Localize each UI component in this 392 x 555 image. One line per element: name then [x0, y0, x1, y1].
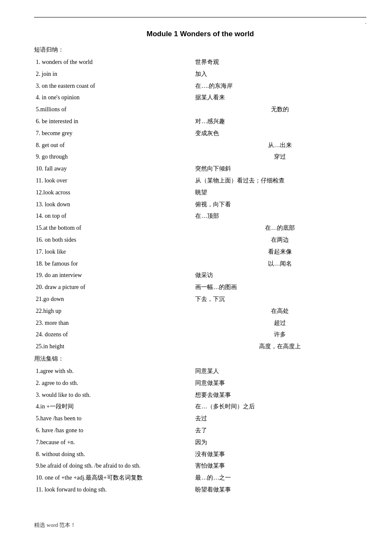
list-item: 11. look forward to doing sth.盼望着做某事: [34, 484, 366, 496]
list-item: 7. become grey变成灰色: [34, 127, 366, 139]
vocab-zh: 在两边: [193, 234, 366, 246]
vocab-zh: 做采访: [193, 269, 366, 281]
vocab-en: 3. on the eastern coast of: [34, 80, 193, 92]
vocab-zh: 据某人看来: [193, 92, 366, 104]
vocab-en: 22.high up: [34, 305, 193, 317]
list-item: 22.high up在高处: [34, 305, 366, 317]
usage-en: 11. look forward to doing sth.: [34, 484, 193, 496]
vocab-zh: 高度，在高度上: [193, 341, 366, 353]
usage-en: 4.in +一段时间: [34, 401, 193, 413]
vocab-en: 4. in one's opinion: [34, 92, 193, 104]
list-item: 8. without doing sth.没有做某事: [34, 448, 366, 460]
list-item: 2. join in加入: [34, 68, 366, 80]
vocab-zh: 无数的: [193, 104, 366, 116]
usage-zh: 同意做某事: [193, 377, 366, 389]
vocab-table-section2: 1.agree with sb.同意某人2. agree to do sth.同…: [34, 365, 366, 496]
list-item: 24. dozens of许多: [34, 329, 366, 341]
usage-en: 6. have /has gone to: [34, 425, 193, 436]
vocab-zh: 在….的东海岸: [193, 80, 366, 92]
vocab-en: 10. fall away: [34, 163, 193, 175]
vocab-en: 18. be famous for: [34, 258, 193, 270]
vocab-zh: 俯视，向下看: [193, 199, 366, 211]
usage-zh: 盼望着做某事: [193, 484, 366, 496]
list-item: 5.have /has been to去过: [34, 413, 366, 425]
vocab-zh: 画一幅…的图画: [193, 281, 366, 293]
list-item: 3. would like to do sth.想要去做某事: [34, 389, 366, 401]
list-item: 6. be interested in对…感兴趣: [34, 116, 366, 127]
list-item: 16. on both sides在两边: [34, 234, 366, 246]
list-item: 23. more than超过: [34, 317, 366, 329]
vocab-zh: 穿过: [193, 151, 366, 163]
vocab-zh: 眺望: [193, 187, 366, 199]
list-item: 10. fall away突然向下倾斜: [34, 163, 366, 175]
list-item: 12.look across眺望: [34, 187, 366, 199]
top-line: [34, 17, 366, 17]
list-item: 9. go through穿过: [34, 151, 366, 163]
vocab-en: 7. become grey: [34, 127, 193, 139]
usage-en: 3. would like to do sth.: [34, 389, 193, 401]
list-item: 2. agree to do sth.同意做某事: [34, 377, 366, 389]
vocab-zh: 以…闻名: [193, 258, 366, 270]
usage-zh: 同意某人: [193, 365, 366, 377]
vocab-en: 6. be interested in: [34, 116, 193, 127]
list-item: 5.millions of无数的: [34, 104, 366, 116]
vocab-en: 9. go through: [34, 151, 193, 163]
list-item: 1.agree with sb.同意某人: [34, 365, 366, 377]
vocab-zh: 从…出来: [193, 139, 366, 151]
vocab-en: 2. join in: [34, 68, 193, 80]
vocab-en: 11. look over: [34, 175, 193, 187]
list-item: 17. look like看起来像: [34, 246, 366, 258]
list-item: 20. draw a picture of画一幅…的图画: [34, 281, 366, 293]
usage-zh: 因为: [193, 436, 366, 448]
usage-en: 9.be afraid of doing sth. /be afraid to …: [34, 460, 193, 472]
section2-label: 用法集锦：: [34, 355, 366, 363]
vocab-en: 8. get out of: [34, 139, 193, 151]
usage-en: 7.because of +n.: [34, 436, 193, 448]
list-item: 13. look down俯视，向下看: [34, 199, 366, 211]
vocab-en: 23. more than: [34, 317, 193, 329]
list-item: 4. in one's opinion据某人看来: [34, 92, 366, 104]
vocab-table-section1: 1. wonders of the world世界奇观2. join in加入3…: [34, 56, 366, 353]
vocab-en: 21.go down: [34, 293, 193, 305]
list-item: 10. one of +the +adj.最高级+可数名词复数最…的…之一: [34, 472, 366, 484]
vocab-zh: 在…的底部: [193, 222, 366, 234]
vocab-en: 25.in height: [34, 341, 193, 353]
list-item: 14. on top of在…顶部: [34, 210, 366, 222]
vocab-zh: 世界奇观: [193, 56, 366, 68]
usage-zh: 最…的…之一: [193, 472, 366, 484]
usage-zh: 在…（多长时间）之后: [193, 401, 366, 413]
vocab-zh: 在高处: [193, 305, 366, 317]
vocab-en: 19. do an interview: [34, 269, 193, 281]
list-item: 15.at the bottom of在…的底部: [34, 222, 366, 234]
vocab-en: 20. draw a picture of: [34, 281, 193, 293]
usage-zh: 害怕做某事: [193, 460, 366, 472]
vocab-en: 13. look down: [34, 199, 193, 211]
vocab-zh: 下去，下沉: [193, 293, 366, 305]
list-item: 9.be afraid of doing sth. /be afraid to …: [34, 460, 366, 472]
vocab-en: 12.look across: [34, 187, 193, 199]
vocab-en: 24. dozens of: [34, 329, 193, 341]
list-item: 19. do an interview做采访: [34, 269, 366, 281]
vocab-en: 16. on both sides: [34, 234, 193, 246]
usage-en: 5.have /has been to: [34, 413, 193, 425]
usage-zh: 想要去做某事: [193, 389, 366, 401]
top-dot: .: [34, 19, 366, 26]
section1-label: 短语归纳：: [34, 46, 366, 54]
usage-en: 2. agree to do sth.: [34, 377, 193, 389]
vocab-en: 14. on top of: [34, 210, 193, 222]
list-item: 3. on the eastern coast of在….的东海岸: [34, 80, 366, 92]
vocab-zh: 从（某物上面）看过去；仔细检查: [193, 175, 366, 187]
usage-zh: 没有做某事: [193, 448, 366, 460]
list-item: 6. have /has gone to去了: [34, 425, 366, 436]
list-item: 25.in height高度，在高度上: [34, 341, 366, 353]
list-item: 4.in +一段时间在…（多长时间）之后: [34, 401, 366, 413]
list-item: 21.go down下去，下沉: [34, 293, 366, 305]
list-item: 1. wonders of the world世界奇观: [34, 56, 366, 68]
vocab-zh: 加入: [193, 68, 366, 80]
usage-en: 1.agree with sb.: [34, 365, 193, 377]
list-item: 8. get out of从…出来: [34, 139, 366, 151]
usage-en: 10. one of +the +adj.最高级+可数名词复数: [34, 472, 193, 484]
vocab-en: 5.millions of: [34, 104, 193, 116]
vocab-en: 17. look like: [34, 246, 193, 258]
vocab-zh: 看起来像: [193, 246, 366, 258]
